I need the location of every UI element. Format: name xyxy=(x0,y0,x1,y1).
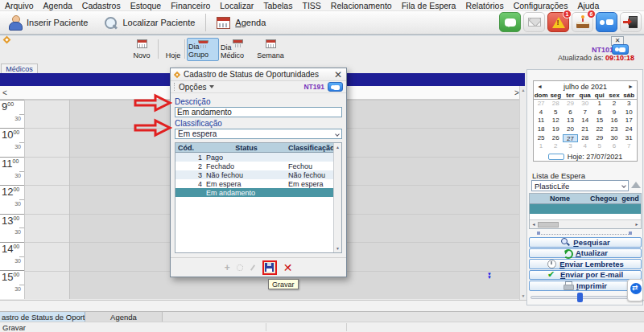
hoje-button[interactable]: Hoje xyxy=(161,38,185,61)
scroll-right-icon[interactable]: ► xyxy=(633,222,641,227)
calendar-day[interactable]: 31 xyxy=(621,134,636,143)
opcoes-menu[interactable]: Opções xyxy=(179,83,214,92)
calendar-day[interactable]: 7 xyxy=(621,142,636,151)
menu-item-arquivo[interactable]: Arquivo xyxy=(0,1,39,10)
calendar-day[interactable]: 3 xyxy=(563,142,577,151)
imprimir-button[interactable]: Imprimir xyxy=(529,281,642,291)
semana-button[interactable]: Semana xyxy=(256,38,285,61)
menu-item-fila-de-espera[interactable]: Fila de Espera xyxy=(397,1,461,10)
menu-item-relacionamento[interactable]: Relacionamento xyxy=(326,1,397,10)
people-icon[interactable] xyxy=(328,82,343,92)
calendar-day[interactable]: 12 xyxy=(548,117,563,125)
calendar-day[interactable]: 17 xyxy=(621,117,636,125)
locate-patient-button[interactable]: Localizar Paciente xyxy=(96,12,203,33)
calendar-day[interactable]: 10 xyxy=(621,109,636,117)
menu-item-ajuda[interactable]: Ajuda xyxy=(572,1,604,10)
trackbar-handle[interactable] xyxy=(577,293,583,302)
menu-item-agenda[interactable]: Agenda xyxy=(39,1,77,10)
status-row[interactable]: 2FechadoFechou xyxy=(175,162,341,170)
calendar-day[interactable]: 27 xyxy=(563,134,577,143)
dialog-close-button[interactable]: ✕ xyxy=(334,70,342,80)
calendar-day[interactable]: 28 xyxy=(578,134,592,143)
calendar-day[interactable]: 1 xyxy=(534,142,548,151)
table-vertical-scrollbar[interactable]: ▲▼ xyxy=(333,143,341,252)
calendar-day[interactable]: 21 xyxy=(578,125,592,134)
add-icon[interactable]: + xyxy=(225,264,230,272)
menu-item-tabelas[interactable]: Tabelas xyxy=(258,1,297,10)
menu-item-localizar[interactable]: Localizar xyxy=(215,1,258,10)
calendar-day[interactable]: 19 xyxy=(548,125,563,134)
scroll-left-arrow[interactable]: < xyxy=(2,88,7,97)
descricao-input[interactable] xyxy=(175,107,342,117)
calendar-day[interactable]: 2 xyxy=(607,100,621,109)
menu-item-tiss[interactable]: TISS xyxy=(297,1,325,10)
calendar-day[interactable]: 3 xyxy=(621,100,636,109)
insert-patient-button[interactable]: Inserir Paciente xyxy=(0,12,96,33)
calendar-day[interactable]: 7 xyxy=(578,109,592,117)
clinic-select[interactable]: PlasticLife xyxy=(531,180,629,191)
remote-support-icon[interactable] xyxy=(627,279,643,301)
waiting-list-selected-row[interactable] xyxy=(530,204,641,214)
collapse-arrow-icon[interactable] xyxy=(631,182,641,188)
menu-item-relatórios[interactable]: Relatórios xyxy=(460,1,508,10)
calendar-day[interactable]: 29 xyxy=(563,100,577,109)
calendar-day[interactable]: 13 xyxy=(563,117,577,125)
dia-medico-button[interactable]: Dia Médico xyxy=(220,38,255,61)
prev-month-arrow[interactable]: ◄ xyxy=(537,84,543,89)
chat-button[interactable] xyxy=(499,12,521,32)
zoom-trackbar[interactable] xyxy=(530,293,629,302)
status-row[interactable]: 3Não fechouNão fechou xyxy=(175,170,341,179)
tab-agenda[interactable]: Agenda xyxy=(85,312,163,322)
calendar-day[interactable]: 9 xyxy=(607,109,621,117)
tab-medicos[interactable]: Médicos xyxy=(1,64,38,73)
tab-status-cadastro[interactable]: astro de Status de Oportunid xyxy=(0,312,85,322)
calendar-day[interactable]: 16 xyxy=(607,117,621,125)
calendar-day[interactable]: 27 xyxy=(534,100,548,109)
more-below-icon[interactable]: ▼▼ xyxy=(487,273,492,279)
enviar-lembretes-button[interactable]: Enviar Lembretes xyxy=(529,259,642,269)
calendar-day[interactable]: 24 xyxy=(621,125,636,134)
calendar-day[interactable]: 14 xyxy=(578,117,592,125)
novo-button[interactable]: Novo xyxy=(129,38,155,61)
menu-item-financeiro[interactable]: Financeiro xyxy=(166,1,215,10)
calendar-day[interactable]: 6 xyxy=(607,142,621,151)
dia-grupo-button[interactable]: Dia Grupo xyxy=(187,38,219,61)
calendar-day[interactable]: 22 xyxy=(592,125,607,134)
today-row[interactable]: Hoje: 27/07/2021 xyxy=(534,151,637,162)
next-month-arrow[interactable]: ► xyxy=(628,84,634,89)
menu-item-configurações[interactable]: Configurações xyxy=(509,1,573,10)
menu-item-cadastros[interactable]: Cadastros xyxy=(77,1,126,10)
edit-icon[interactable] xyxy=(250,264,255,271)
waiting-list-hscrollbar[interactable]: ◄ ► xyxy=(530,219,641,228)
calendar-day[interactable]: 1 xyxy=(592,100,607,109)
calendar-day[interactable]: 29 xyxy=(592,134,607,143)
alerts-button[interactable]: 1 xyxy=(547,12,569,32)
calendar-day[interactable]: 5 xyxy=(592,142,607,151)
mail-button[interactable] xyxy=(523,12,545,32)
menu-item-estoque[interactable]: Estoque xyxy=(126,1,167,10)
calendar-day[interactable]: 30 xyxy=(578,100,592,109)
calendar-day[interactable]: 5 xyxy=(548,109,563,117)
exit-button[interactable] xyxy=(620,12,642,32)
refresh-icon[interactable] xyxy=(237,264,243,271)
scroll-thumb[interactable] xyxy=(538,222,559,227)
scroll-right-arrow[interactable]: > xyxy=(514,88,519,97)
save-button[interactable] xyxy=(262,260,277,275)
calendar-day[interactable]: 30 xyxy=(607,134,621,143)
status-row[interactable]: 4Em esperaEm espera xyxy=(175,179,341,188)
enviar-email-button[interactable]: Enviar por E-mail xyxy=(529,270,642,281)
atualizar-button[interactable]: Atualizar xyxy=(529,248,642,259)
agenda-button[interactable]: Agenda xyxy=(208,12,274,33)
calendar-day[interactable]: 6 xyxy=(563,109,577,117)
pesquisar-button[interactable]: Pesquisar xyxy=(529,237,642,248)
delete-button[interactable]: ✕ xyxy=(283,262,293,273)
calendar-day[interactable]: 4 xyxy=(534,109,548,117)
calendar-day[interactable]: 11 xyxy=(534,117,548,125)
calendar-day[interactable]: 8 xyxy=(592,109,607,117)
calendar-day[interactable]: 23 xyxy=(607,125,621,134)
scroll-left-icon[interactable]: ◄ xyxy=(530,222,538,227)
list-size-slider[interactable] xyxy=(537,230,632,235)
status-row[interactable]: Em andamento xyxy=(175,188,341,197)
calendar-day[interactable]: 18 xyxy=(534,125,548,134)
messages-button[interactable] xyxy=(596,12,617,32)
